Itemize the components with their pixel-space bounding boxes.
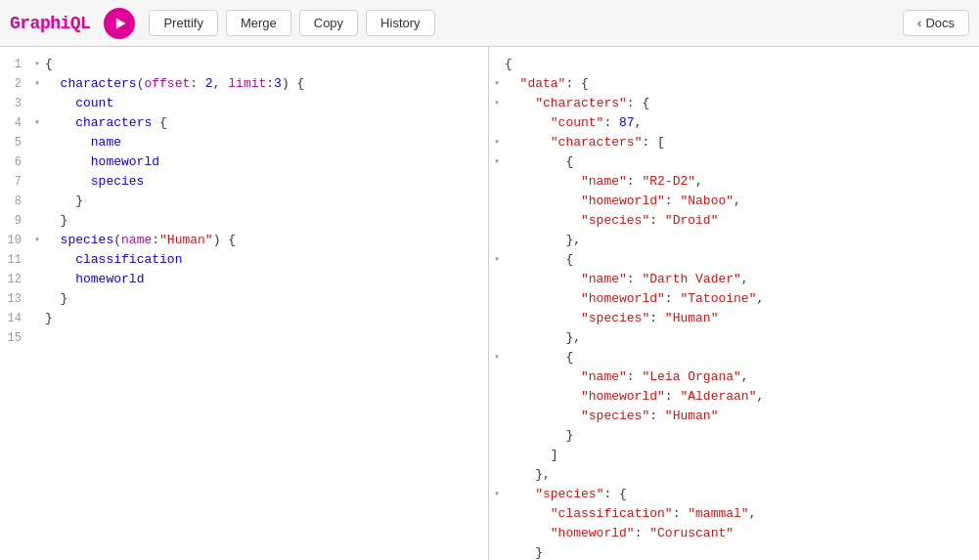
response-line-content: "count": 87,	[505, 113, 979, 133]
fold-icon[interactable]: ▾	[29, 231, 45, 250]
editor-line: 9 }	[0, 211, 488, 231]
line-content: name	[45, 133, 488, 152]
response-line: "homeworld": "Alderaan",	[489, 387, 979, 407]
run-button[interactable]	[104, 8, 135, 39]
line-number: 2	[0, 74, 29, 94]
editor-line: 11 classification	[0, 250, 488, 270]
line-content: }	[45, 309, 488, 328]
response-line-content: {	[505, 152, 979, 172]
response-fold-icon[interactable]: ▾	[489, 250, 505, 270]
response-line: "species": "Human"	[489, 407, 979, 426]
response-line: "classification": "mammal",	[489, 504, 979, 524]
line-content: }	[45, 289, 488, 309]
response-fold-icon[interactable]: ▾	[489, 74, 505, 94]
line-content: characters {	[45, 113, 488, 133]
line-number: 13	[0, 289, 29, 309]
fold-icon[interactable]: ▾	[29, 113, 45, 133]
response-line: "homeworld": "Coruscant"	[489, 524, 979, 543]
editor-line: 7 species	[0, 172, 488, 192]
response-fold-icon[interactable]: ▾	[489, 94, 505, 113]
docs-button[interactable]: ‹ Docs	[903, 10, 969, 36]
line-number: 8	[0, 192, 29, 211]
editor-line: 12 homeworld	[0, 270, 488, 289]
line-number: 15	[0, 328, 29, 348]
main-content: 1▾{2▾ characters(offset: 2, limit:3) {3 …	[0, 47, 979, 560]
line-number: 3	[0, 94, 29, 113]
response-line: },	[489, 328, 979, 348]
response-line: ▾ "data": {	[489, 74, 979, 94]
graphiql-logo: GraphiQL	[10, 14, 90, 33]
response-line: }	[489, 543, 979, 560]
response-line-content: {	[505, 55, 979, 74]
line-content: {	[45, 55, 488, 74]
editor-line: 14 }	[0, 309, 488, 328]
line-content: classification	[45, 250, 488, 270]
response-line: "name": "Leia Organa",	[489, 367, 979, 387]
response-line-content: ]	[505, 446, 979, 465]
svg-marker-0	[116, 18, 126, 28]
response-line-content: "homeworld": "Alderaan",	[505, 387, 979, 407]
response-line-content: "name": "R2-D2",	[505, 172, 979, 192]
line-number: 9	[0, 211, 29, 231]
line-content: homeworld	[45, 152, 488, 172]
response-line: "species": "Human"	[489, 309, 979, 328]
response-line: "name": "Darth Vader",	[489, 270, 979, 289]
editor-pane[interactable]: 1▾{2▾ characters(offset: 2, limit:3) {3 …	[0, 47, 489, 560]
response-line: "name": "R2-D2",	[489, 172, 979, 192]
line-number: 12	[0, 270, 29, 289]
line-number: 10	[0, 231, 29, 250]
prettify-button[interactable]: Prettify	[149, 10, 217, 36]
line-content: homeworld	[45, 270, 488, 289]
response-pane: {▾ "data": {▾ "characters": { "count": 8…	[489, 47, 979, 560]
line-number: 1	[0, 55, 29, 74]
chevron-left-icon: ‹	[917, 16, 921, 30]
line-content: }	[45, 211, 488, 231]
response-line-content: "species": "Human"	[505, 309, 979, 328]
response-code: {▾ "data": {▾ "characters": { "count": 8…	[489, 47, 979, 560]
response-fold-icon[interactable]: ▾	[489, 348, 505, 367]
response-line-content: "species": "Droid"	[505, 211, 979, 231]
response-line: },	[489, 231, 979, 250]
response-line-content: },	[505, 231, 979, 250]
response-line-content: }	[505, 426, 979, 446]
response-line: "count": 87,	[489, 113, 979, 133]
editor-code: 1▾{2▾ characters(offset: 2, limit:3) {3 …	[0, 47, 488, 560]
response-line-content: "characters": [	[505, 133, 979, 152]
fold-icon[interactable]: ▾	[29, 74, 45, 94]
merge-button[interactable]: Merge	[226, 10, 291, 36]
line-content: species	[45, 172, 488, 192]
response-line: ▾ {	[489, 348, 979, 367]
line-number: 11	[0, 250, 29, 270]
editor-line: 3 count	[0, 94, 488, 113]
response-line-content: "homeworld": "Coruscant"	[505, 524, 979, 543]
editor-line: 8 }	[0, 192, 488, 211]
editor-line: 5 name	[0, 133, 488, 152]
fold-icon[interactable]: ▾	[29, 55, 45, 74]
response-line-content: },	[505, 328, 979, 348]
editor-line: 15	[0, 328, 488, 348]
response-line: ▾ "species": {	[489, 485, 979, 504]
editor-line: 4▾ characters {	[0, 113, 488, 133]
history-button[interactable]: History	[366, 10, 434, 36]
response-line: "species": "Droid"	[489, 211, 979, 231]
response-line-content: {	[505, 348, 979, 367]
response-line-content: "homeworld": "Tatooine",	[505, 289, 979, 309]
response-line-content: "data": {	[505, 74, 979, 94]
line-content: count	[45, 94, 488, 113]
copy-button[interactable]: Copy	[299, 10, 358, 36]
response-line: ▾ "characters": {	[489, 94, 979, 113]
header: GraphiQL Prettify Merge Copy History ‹ D…	[0, 0, 979, 47]
response-line: },	[489, 465, 979, 485]
response-fold-icon[interactable]: ▾	[489, 133, 505, 152]
docs-label: Docs	[925, 16, 955, 30]
line-number: 14	[0, 309, 29, 328]
response-line: ▾ {	[489, 152, 979, 172]
response-fold-icon[interactable]: ▾	[489, 152, 505, 172]
response-line-content: },	[505, 465, 979, 485]
response-fold-icon[interactable]: ▾	[489, 485, 505, 504]
response-line-content: "name": "Darth Vader",	[505, 270, 979, 289]
response-line: ▾ "characters": [	[489, 133, 979, 152]
response-line-content: "species": "Human"	[505, 407, 979, 426]
editor-line: 6 homeworld	[0, 152, 488, 172]
response-line-content: "homeworld": "Naboo",	[505, 192, 979, 211]
